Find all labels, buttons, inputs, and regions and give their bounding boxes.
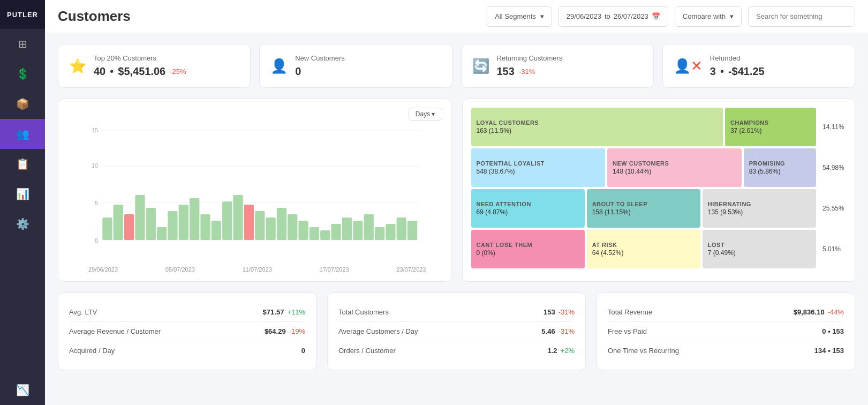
rfm-cell-label: NEW CUSTOMERS (613, 160, 736, 167)
svg-rect-12 (146, 208, 156, 240)
stat-card-returning-title: Returning Customers (497, 54, 643, 62)
rfm-cell: POTENTIAL LOYALIST548 (38.67%) (471, 148, 606, 187)
sidebar-item-customers[interactable]: 👥 (0, 119, 45, 149)
x-label-5: 23/07/2023 (396, 266, 426, 273)
orders-cust-label: Orders / Customer (338, 347, 396, 355)
compare-label: Compare with (683, 12, 726, 20)
reports-icon: 📊 (16, 188, 29, 200)
rfm-cell: AT RISK64 (4.52%) (587, 230, 700, 268)
refunded-dot: • (720, 65, 724, 78)
rfm-cell-value: 83 (5.86%) (749, 168, 811, 175)
chart-x-labels: 29/06/2023 05/07/2023 11/07/2023 17/07/2… (67, 264, 442, 273)
rfm-cell: CHAMPIONS37 (2.61%) (725, 108, 816, 146)
sidebar-item-analytics[interactable]: 📉 (0, 375, 45, 405)
svg-rect-19 (222, 201, 232, 240)
rfm-row-cells: CANT LOSE THEM0 (0%)AT RISK64 (4.52%)LOS… (471, 230, 817, 268)
segment-dropdown[interactable]: All Segments ▾ (487, 6, 552, 27)
rfm-row-wrapper: NEED ATTENTION69 (4.87%)ABOUT TO SLEEP15… (471, 189, 847, 228)
calendar-icon: 📅 (652, 12, 660, 20)
rfm-cell-label: AT RISK (592, 242, 695, 248)
sidebar-item-dashboard[interactable]: ⊞ (0, 29, 45, 59)
stat-card-top20: ⭐ Top 20% Customers 40 • $5,451.06 -25% (58, 44, 251, 88)
stat-card-refunded-body: Refunded 3 • -$41.25 (710, 54, 844, 78)
returning-badge: -31% (519, 68, 535, 76)
rfm-cell: LOYAL CUSTOMERS163 (11.5%) (471, 108, 723, 146)
rfm-cell: PROMISING83 (5.86%) (744, 148, 816, 187)
svg-rect-11 (135, 195, 145, 240)
rfm-cell-label: LOST (708, 242, 811, 248)
svg-rect-8 (102, 218, 112, 240)
date-range-picker[interactable]: 29/06/2023 to 26/07/2023 📅 (558, 6, 668, 27)
search-input[interactable] (748, 6, 855, 27)
svg-rect-24 (277, 208, 286, 240)
ltv-value: $71.57 +11% (263, 308, 305, 316)
orders-cust-value: 1.2 +2% (548, 347, 575, 355)
rfm-cell-value: 37 (2.61%) (730, 127, 811, 134)
refunded-count: 3 (710, 65, 716, 78)
returning-count: 153 (497, 65, 515, 78)
sidebar-item-products[interactable]: 📦 (0, 89, 45, 119)
svg-rect-27 (310, 227, 319, 240)
bottom-card-ltv: Avg. LTV $71.57 +11% Average Revenue / C… (58, 292, 316, 370)
stat-card-returning-body: Returning Customers 153 -31% (497, 54, 643, 78)
analytics-icon: 📉 (16, 384, 29, 396)
days-dropdown[interactable]: Days ▾ (409, 108, 442, 121)
rfm-cell-value: 69 (4.87%) (477, 208, 579, 216)
ltv-row: Avg. LTV $71.57 +11% (69, 303, 305, 322)
app-logo: PUTLER (0, 0, 45, 29)
acq-day-label: Acquired / Day (69, 347, 115, 355)
rfm-cell: ABOUT TO SLEEP158 (11.15%) (587, 189, 700, 228)
acq-day-value: 0 (301, 347, 305, 355)
svg-rect-18 (212, 221, 221, 240)
chevron-down-icon-2: ▾ (730, 12, 734, 20)
svg-rect-29 (331, 224, 341, 240)
sidebar-item-orders[interactable]: 📋 (0, 149, 45, 179)
rfm-percent: 14.11% (818, 108, 846, 146)
svg-rect-15 (179, 205, 188, 240)
rfm-cell: LOST7 (0.49%) (703, 230, 816, 268)
stat-card-returning: 🔄 Returning Customers 153 -31% (461, 44, 654, 88)
free-paid-value: 0 • 153 (822, 327, 844, 335)
svg-rect-23 (266, 218, 275, 240)
rfm-cell-label: CHAMPIONS (730, 119, 811, 126)
refunded-amount: -$41.25 (728, 65, 765, 78)
svg-rect-20 (233, 195, 243, 240)
returning-icon: 🔄 (472, 58, 489, 74)
header-controls: All Segments ▾ 29/06/2023 to 26/07/2023 … (487, 6, 855, 27)
sidebar-item-settings[interactable]: ⚙️ (0, 209, 45, 239)
rfm-cell-label: LOYAL CUSTOMERS (477, 119, 718, 126)
ltv-label: Avg. LTV (69, 308, 97, 316)
stat-card-top20-body: Top 20% Customers 40 • $5,451.06 -25% (94, 54, 239, 78)
header: Customers All Segments ▾ 29/06/2023 to 2… (45, 0, 868, 33)
x-label-4: 17/07/2023 (320, 266, 349, 273)
rfm-cell-label: ABOUT TO SLEEP (592, 201, 695, 207)
segment-label: All Segments (495, 12, 536, 20)
new-customer-icon: 👤 (270, 58, 288, 74)
compare-dropdown[interactable]: Compare with ▾ (675, 6, 742, 27)
middle-section: Days ▾ 15 10 5 0 (58, 99, 855, 282)
sidebar-item-reports[interactable]: 📊 (0, 179, 45, 209)
page-title: Customers (58, 8, 478, 25)
rfm-cell-value: 148 (10.44%) (613, 168, 736, 175)
days-label: Days (416, 110, 430, 118)
refunded-icon: 👤✕ (674, 58, 703, 74)
date-separator: to (605, 12, 610, 20)
chart-area: 15 10 5 0 (67, 125, 442, 264)
svg-rect-33 (375, 227, 384, 240)
bottom-card-revenue: Total Revenue $9,836.10 -44% Free vs Pai… (597, 292, 855, 370)
top20-revenue: $5,451.06 (118, 65, 165, 78)
stat-card-new-title: New Customers (295, 54, 441, 62)
top20-count: 40 (94, 65, 105, 78)
stat-card-top20-title: Top 20% Customers (94, 54, 239, 62)
customers-icon: 👥 (16, 128, 29, 140)
rfm-cell-label: HIBERNATING (708, 201, 811, 207)
rfm-row-wrapper: POTENTIAL LOYALIST548 (38.67%)NEW CUSTOM… (471, 148, 847, 187)
star-icon: ⭐ (69, 58, 86, 74)
total-cust-label: Total Customers (338, 308, 389, 316)
rfm-row-wrapper: CANT LOSE THEM0 (0%)AT RISK64 (4.52%)LOS… (471, 230, 847, 268)
products-icon: 📦 (16, 98, 29, 110)
total-cust-row: Total Customers 153 -31% (338, 303, 575, 322)
total-cust-value: 153 -31% (544, 308, 575, 316)
stat-card-new-value: 0 (295, 65, 441, 78)
sidebar-item-revenue[interactable]: 💲 (0, 59, 45, 89)
